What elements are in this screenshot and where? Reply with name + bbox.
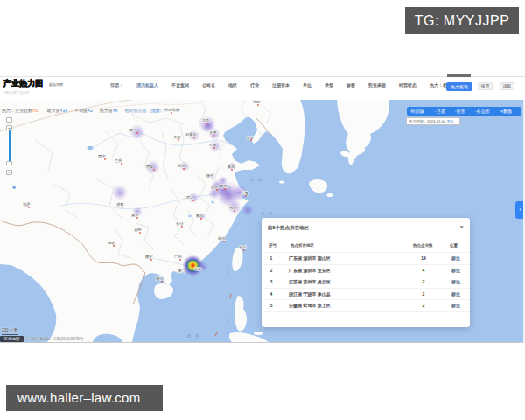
svg-text:合肥: 合肥 <box>210 185 219 189</box>
svg-text:西宁: 西宁 <box>98 154 106 158</box>
svg-text:济南: 济南 <box>209 143 217 147</box>
svg-text:南宁: 南宁 <box>145 255 153 259</box>
svg-text:武汉: 武汉 <box>186 195 194 200</box>
svg-text:福州: 福州 <box>217 236 226 241</box>
svg-text:大连: 大连 <box>246 136 254 140</box>
svg-text:南昌: 南昌 <box>196 214 204 218</box>
svg-text:成都: 成都 <box>116 202 124 206</box>
svg-text:杭州: 杭州 <box>229 206 237 210</box>
svg-text:东 海: 东 海 <box>261 211 274 215</box>
svg-text:沈阳: 沈阳 <box>253 100 261 104</box>
svg-text:天津: 天津 <box>209 130 217 135</box>
svg-text:长沙: 长沙 <box>176 221 184 226</box>
svg-text:兰州: 兰州 <box>115 158 122 163</box>
svg-text:郑州: 郑州 <box>178 164 186 168</box>
svg-text:太原: 太原 <box>173 135 181 139</box>
svg-text:广州: 广州 <box>174 255 182 259</box>
svg-text:北京: 北京 <box>202 118 210 122</box>
svg-text:石家庄: 石家庄 <box>186 132 198 136</box>
svg-text:银川: 银川 <box>129 128 137 132</box>
svg-text:南京: 南京 <box>220 184 228 188</box>
svg-text:拉萨: 拉萨 <box>23 202 31 206</box>
svg-text:黄 海: 黄 海 <box>250 178 263 182</box>
svg-text:贵阳: 贵阳 <box>134 228 142 232</box>
svg-text:西安: 西安 <box>146 164 154 169</box>
svg-text:台北: 台北 <box>239 245 247 249</box>
svg-text:重庆: 重庆 <box>131 213 139 217</box>
svg-text:昆明: 昆明 <box>108 241 116 245</box>
svg-text:香港: 香港 <box>194 267 202 271</box>
svg-text:南 海: 南 海 <box>187 333 200 338</box>
